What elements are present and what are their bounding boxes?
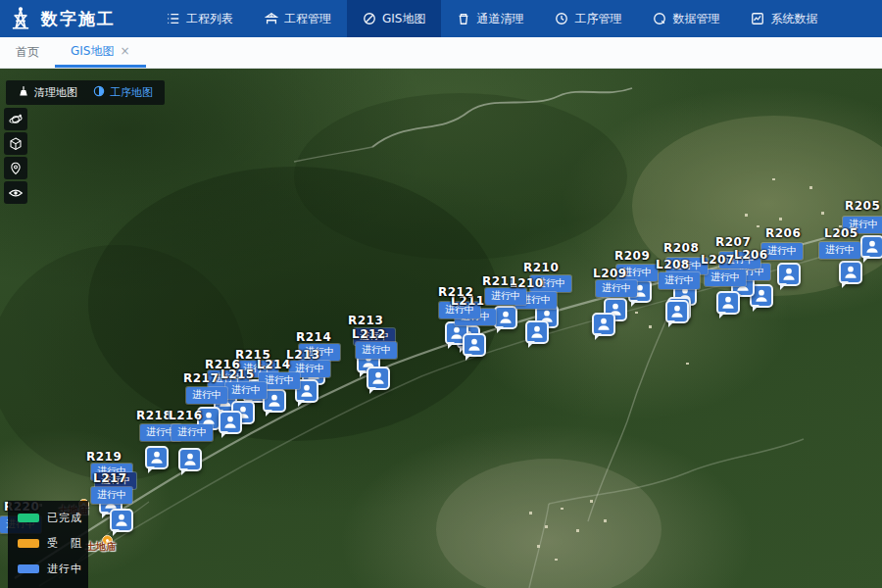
clean-map-label: 清理地图 xyxy=(34,85,77,100)
broom-icon xyxy=(18,85,29,100)
status-badge[interactable]: 进行中 xyxy=(596,280,637,297)
tower-label: R219 xyxy=(86,450,122,464)
tower-marker-icon[interactable] xyxy=(219,411,242,434)
gis-map-icon xyxy=(363,12,376,25)
app-title: 数字施工 xyxy=(41,8,116,30)
process-manage-icon xyxy=(555,12,568,25)
tower-marker-icon[interactable] xyxy=(716,291,740,315)
map-side-tools xyxy=(4,108,27,204)
tab-home[interactable]: 首页 xyxy=(0,37,55,68)
map-mode-controls: 清理地图 工序地图 xyxy=(6,80,165,105)
legend-row-blocked: 受 阻 xyxy=(18,536,78,551)
tower-label: R218 xyxy=(136,409,172,422)
tab-label: 首页 xyxy=(16,44,39,61)
status-badge[interactable]: 进行中 xyxy=(356,342,397,359)
clean-map-button[interactable]: 清理地图 xyxy=(10,82,85,103)
tower-marker-icon[interactable] xyxy=(178,448,202,471)
tower-marker-icon[interactable] xyxy=(367,367,390,390)
tower-label: L205 xyxy=(824,226,858,240)
system-data-icon xyxy=(751,12,764,25)
app-logo-pylon-icon xyxy=(8,6,33,31)
nav-item-label: 工序管理 xyxy=(574,11,621,27)
tower-label: R217 xyxy=(183,371,219,385)
status-badge[interactable]: 进行中 xyxy=(705,270,746,286)
main-menu: 工程列表 工程管理 GIS地图 通道清理 xyxy=(151,0,833,37)
cube-3d-icon[interactable] xyxy=(4,132,27,155)
tower-label: R205 xyxy=(845,199,880,213)
half-circle-icon xyxy=(93,85,105,100)
tab-bar: 首页 GIS地图 × xyxy=(0,37,882,69)
tower-label: R210 xyxy=(523,261,559,274)
tower-marker-icon[interactable] xyxy=(777,263,801,286)
tower-label: R206 xyxy=(765,226,801,240)
nav-item-label: 系统数据 xyxy=(770,11,817,27)
tower-label: R214 xyxy=(296,330,331,344)
nav-item-label: GIS地图 xyxy=(382,11,425,27)
tower-marker-icon[interactable] xyxy=(592,313,615,336)
project-manage-icon xyxy=(265,12,278,25)
nav-item-project-list[interactable]: 工程列表 xyxy=(151,0,249,37)
nav-item-project-manage[interactable]: 工程管理 xyxy=(249,0,347,37)
status-badge[interactable]: 进行中 xyxy=(225,382,267,399)
tower-label: R208 xyxy=(663,241,699,255)
tower-marker-icon[interactable] xyxy=(839,261,862,284)
tower-marker-icon[interactable] xyxy=(525,320,549,344)
tower-marker-icon[interactable] xyxy=(665,300,689,323)
legend-swatch-blocked xyxy=(18,539,39,548)
process-map-label: 工序地图 xyxy=(110,85,153,100)
tower-label: L215 xyxy=(220,368,255,381)
tower-label: L207 xyxy=(701,253,735,267)
tower-marker-icon[interactable] xyxy=(145,446,169,469)
legend-swatch-in-progress xyxy=(18,564,39,573)
nav-item-process-manage[interactable]: 工序管理 xyxy=(539,0,637,37)
visibility-eye-icon[interactable] xyxy=(4,181,27,204)
tab-close-icon[interactable]: × xyxy=(120,45,129,57)
status-badge[interactable]: 进行中 xyxy=(659,272,700,289)
tower-label: L212 xyxy=(352,327,386,341)
tower-label: R209 xyxy=(614,249,650,263)
channel-clean-icon xyxy=(457,12,470,25)
tower-label: L208 xyxy=(656,258,690,271)
nav-item-system-data[interactable]: 系统数据 xyxy=(735,0,833,37)
status-badge[interactable]: 进行中 xyxy=(172,424,213,441)
tower-label: L209 xyxy=(593,267,627,280)
location-pin-icon[interactable] xyxy=(4,157,27,179)
marker-layer: 进行中R205进行中L205进行中R206进行中L206进行中R207进行中L2… xyxy=(0,69,882,588)
nav-item-channel-clean[interactable]: 通道清理 xyxy=(441,0,539,37)
tower-label: L217 xyxy=(93,471,127,485)
nav-item-label: 通道清理 xyxy=(476,11,523,27)
tower-label: L216 xyxy=(169,409,203,422)
app-brand[interactable]: 数字施工 xyxy=(0,6,129,31)
tower-marker-icon[interactable] xyxy=(494,306,517,329)
map-legend: 已完成 受 阻 进行中 xyxy=(8,501,88,588)
data-manage-icon xyxy=(653,12,666,25)
top-navbar: 数字施工 工程列表 工程管理 GIS地图 xyxy=(0,0,882,37)
status-badge[interactable]: 进行中 xyxy=(186,387,227,404)
legend-label: 进行中 xyxy=(47,562,82,576)
tower-label: R212 xyxy=(438,285,473,299)
poi-label: 土地庙 xyxy=(86,540,116,554)
status-badge[interactable]: 进行中 xyxy=(485,288,526,305)
tab-gis-map[interactable]: GIS地图 × xyxy=(55,37,146,68)
tower-marker-icon[interactable] xyxy=(110,509,133,532)
map-canvas[interactable]: 清理地图 工序地图 xyxy=(0,69,882,588)
tower-label: L206 xyxy=(734,248,768,262)
tower-marker-icon[interactable] xyxy=(463,333,486,357)
tower-label: R211 xyxy=(482,274,517,288)
tower-label: R207 xyxy=(715,235,751,249)
status-badge[interactable]: 进行中 xyxy=(819,242,860,259)
tab-label: GIS地图 xyxy=(71,43,114,60)
legend-swatch-completed xyxy=(18,514,39,522)
nav-item-label: 工程列表 xyxy=(186,11,233,27)
nav-item-data-manage[interactable]: 数据管理 xyxy=(637,0,735,37)
status-badge[interactable]: 进行中 xyxy=(91,487,132,504)
legend-row-in-progress: 进行中 xyxy=(18,562,78,576)
process-map-button[interactable]: 工序地图 xyxy=(85,82,161,103)
nav-item-label: 数据管理 xyxy=(672,11,719,27)
legend-label: 受 阻 xyxy=(47,536,82,551)
satellite-layers-icon[interactable] xyxy=(4,108,27,130)
tower-marker-icon[interactable] xyxy=(860,235,882,259)
nav-item-gis-map[interactable]: GIS地图 xyxy=(347,0,441,37)
nav-item-label: 工程管理 xyxy=(284,11,331,27)
tower-label: R213 xyxy=(348,314,383,327)
